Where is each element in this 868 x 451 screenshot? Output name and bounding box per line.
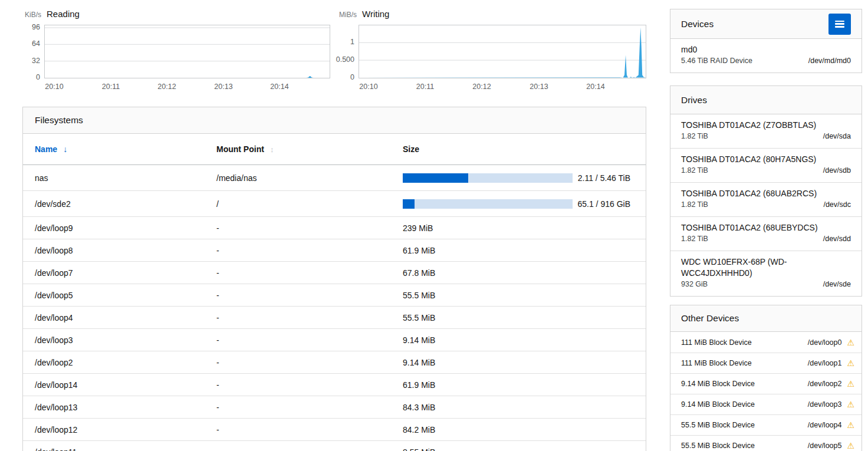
other-device-path: /dev/loop2	[808, 380, 842, 388]
sort-descending-icon: ↓	[63, 144, 67, 154]
column-header-mount-point[interactable]: Mount Point ↕	[216, 144, 403, 154]
filesystem-row[interactable]: /dev/loop11 - 8.55 MiB	[23, 441, 646, 451]
other-device-row[interactable]: 111 MiB Block Device /dev/loop0 ⚠	[670, 332, 862, 353]
x-tick-label: 20:11	[416, 83, 434, 91]
column-header-size-label: Size	[403, 144, 419, 154]
filesystem-row[interactable]: /dev/loop13 - 84.3 MiB	[23, 396, 646, 419]
drive-item[interactable]: TOSHIBA DT01ACA2 (Z7OBBTLAS) 1.82 TiB /d…	[670, 114, 862, 148]
filesystem-size-value: 55.5 MiB	[403, 313, 435, 322]
filesystem-size-cell: 84.3 MiB	[403, 403, 630, 412]
filesystem-row[interactable]: /dev/loop8 - 61.9 MiB	[23, 239, 646, 262]
y-tick-label: 96	[19, 22, 40, 32]
x-tick-label: 20:12	[472, 83, 491, 91]
filesystems-panel: Filesystems Name ↓ Mount Point ↕ Size na…	[22, 107, 646, 451]
devices-menu-button[interactable]	[828, 14, 851, 35]
filesystem-size-value: 55.5 MiB	[403, 291, 435, 300]
filesystem-mount-point: -	[216, 358, 403, 367]
drive-item[interactable]: TOSHIBA DT01ACA2 (68UAB2RCS) 1.82 TiB /d…	[670, 182, 862, 216]
filesystem-size-cell: 2.11 / 5.46 TiB	[403, 173, 630, 183]
filesystem-row[interactable]: /dev/sde2 / 65.1 / 916 GiB	[23, 191, 646, 217]
filesystems-panel-title: Filesystems	[35, 115, 83, 126]
filesystem-size-value: 61.9 MiB	[403, 380, 435, 390]
x-tick-label: 20:11	[102, 83, 120, 91]
drive-path: /dev/sda	[823, 131, 851, 142]
filesystem-row[interactable]: /dev/loop7 - 67.8 MiB	[23, 262, 646, 284]
other-device-path: /dev/loop1	[808, 359, 842, 367]
writing-chart-header: MiB/s Writing	[339, 9, 389, 19]
usage-bar-fill	[403, 199, 415, 209]
other-device-row[interactable]: 111 MiB Block Device /dev/loop1 ⚠	[670, 353, 862, 373]
reading-chart-header: KiB/s Reading	[25, 9, 80, 19]
drive-path: /dev/sde	[823, 279, 851, 290]
filesystem-row[interactable]: /dev/loop4 - 55.5 MiB	[23, 307, 646, 329]
filesystem-row[interactable]: /dev/loop2 - 9.14 MiB	[23, 351, 646, 374]
x-tick-label: 20:13	[530, 83, 548, 91]
device-name: md0	[681, 44, 851, 55]
filesystem-mount-point: -	[216, 268, 403, 278]
other-devices-panel-header: Other Devices	[670, 305, 862, 332]
other-device-path: /dev/loop0	[808, 338, 842, 347]
device-item-md0[interactable]: md0 5.46 TiB RAID Device /dev/md/md0	[670, 39, 862, 73]
devices-panel-header: Devices	[670, 9, 862, 39]
sort-both-icon: ↕	[270, 145, 274, 154]
filesystem-size-cell: 55.5 MiB	[403, 291, 630, 300]
other-device-row[interactable]: 55.5 MiB Block Device /dev/loop4 ⚠	[670, 414, 862, 435]
filesystem-size-value: 61.9 MiB	[403, 246, 435, 255]
column-header-size: Size	[403, 144, 630, 154]
drive-name: TOSHIBA DT01ACA2 (68UEBYDCS)	[681, 222, 851, 233]
device-detail: 5.46 TiB RAID Device	[681, 55, 752, 67]
column-header-name[interactable]: Name ↓	[35, 144, 216, 154]
writing-plot-area	[359, 25, 646, 78]
filesystem-row[interactable]: /dev/loop5 - 55.5 MiB	[23, 284, 646, 307]
drives-panel-header: Drives	[670, 86, 862, 114]
filesystem-mount-point: /media/nas	[216, 173, 403, 183]
filesystem-row[interactable]: /dev/loop9 - 239 MiB	[23, 217, 646, 239]
filesystem-row[interactable]: /dev/loop14 - 61.9 MiB	[23, 374, 646, 396]
filesystem-mount-point: /	[216, 199, 403, 209]
filesystem-row[interactable]: /dev/loop3 - 9.14 MiB	[23, 329, 646, 351]
drive-item[interactable]: TOSHIBA DT01ACA2 (68UEBYDCS) 1.82 TiB /d…	[670, 216, 862, 251]
drive-name: TOSHIBA DT01ACA2 (80H7A5NGS)	[681, 154, 851, 165]
filesystem-size-value: 9.14 MiB	[403, 335, 435, 345]
usage-bar	[403, 173, 573, 183]
drive-item[interactable]: TOSHIBA DT01ACA2 (80H7A5NGS) 1.82 TiB /d…	[670, 148, 862, 182]
filesystem-mount-point: -	[216, 380, 403, 390]
drives-list: TOSHIBA DT01ACA2 (Z7OBBTLAS) 1.82 TiB /d…	[670, 114, 862, 296]
drive-item[interactable]: WDC WD10EFRX-68P (WD-WCC4JDXHHHD0) 932 G…	[670, 251, 862, 296]
filesystem-mount-point: -	[216, 447, 403, 451]
other-device-row[interactable]: 9.14 MiB Block Device /dev/loop3 ⚠	[670, 394, 862, 414]
filesystem-name: /dev/loop9	[35, 223, 216, 233]
filesystem-row[interactable]: /dev/loop12 - 84.2 MiB	[23, 419, 646, 441]
reading-chart: KiB/s Reading 9664320 20:1020:1120:1220:…	[24, 9, 334, 94]
storage-page: KiB/s Reading 9664320 20:1020:1120:1220:…	[0, 0, 868, 451]
filesystem-name: /dev/loop11	[35, 447, 216, 451]
column-header-mount-point-label: Mount Point	[216, 144, 264, 154]
filesystems-table-header: Name ↓ Mount Point ↕ Size	[23, 134, 646, 165]
y-tick-label: 0	[333, 73, 354, 82]
other-device-detail: 111 MiB Block Device	[681, 359, 752, 367]
filesystem-name: /dev/loop13	[35, 403, 216, 412]
filesystem-name: /dev/loop8	[35, 246, 216, 255]
usage-bar-fill	[403, 173, 468, 183]
filesystem-size-value: 84.3 MiB	[403, 403, 435, 412]
other-devices-panel-title: Other Devices	[681, 313, 739, 324]
usage-bar	[403, 199, 573, 209]
devices-panel: Devices md0 5.46 TiB RAID Device /dev/md…	[670, 9, 862, 73]
other-device-row[interactable]: 55.5 MiB Block Device /dev/loop5 ⚠	[670, 435, 862, 451]
filesystem-size-cell: 61.9 MiB	[403, 246, 630, 255]
filesystem-size-cell: 61.9 MiB	[403, 380, 630, 390]
column-header-name-label: Name	[35, 144, 57, 154]
warning-triangle-icon: ⚠	[847, 442, 854, 450]
filesystem-name: /dev/loop2	[35, 358, 216, 367]
drives-panel-title: Drives	[681, 95, 707, 106]
writing-x-axis: 20:1020:1120:1220:1320:14	[359, 83, 646, 93]
warning-triangle-icon: ⚠	[847, 421, 854, 429]
reading-x-axis: 20:1020:1120:1220:1320:14	[44, 83, 330, 93]
drive-size: 1.82 TiB	[681, 131, 708, 142]
x-tick-label: 20:13	[214, 83, 232, 91]
reading-plot-area	[44, 25, 330, 78]
other-device-row[interactable]: 9.14 MiB Block Device /dev/loop2 ⚠	[670, 373, 862, 394]
filesystem-name: /dev/loop4	[35, 313, 216, 322]
filesystem-row[interactable]: nas /media/nas 2.11 / 5.46 TiB	[23, 165, 646, 191]
filesystem-size-value: 67.8 MiB	[403, 268, 435, 278]
